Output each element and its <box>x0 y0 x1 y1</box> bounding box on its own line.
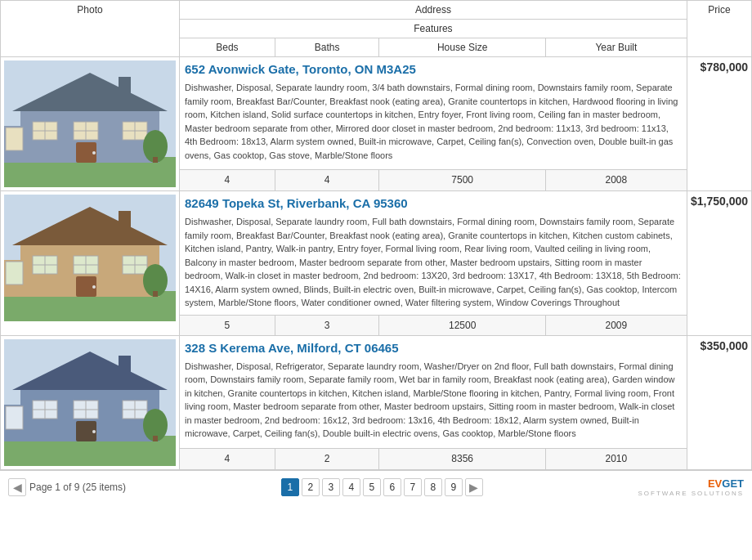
price-header: Price <box>687 1 751 57</box>
prev-page-btn[interactable]: ◀ <box>8 478 26 496</box>
house-size-value: 7500 <box>379 170 545 191</box>
baths-value: 4 <box>275 170 379 191</box>
year-built-value: 2009 <box>545 315 687 335</box>
page-btn-4[interactable]: 4 <box>342 478 360 496</box>
beds-value: 4 <box>180 448 275 469</box>
baths-value: 3 <box>275 315 379 335</box>
beds-header: Beds <box>180 38 275 57</box>
year-built-value: 2010 <box>545 448 687 469</box>
page-btn-1[interactable]: 1 <box>281 478 299 496</box>
property-features: Dishwasher, Disposal, Separate laundry r… <box>180 213 687 315</box>
listings-table: Photo Address Price Features Beds Baths … <box>0 0 752 470</box>
svg-rect-57 <box>6 406 23 429</box>
svg-rect-4 <box>119 77 131 101</box>
photo-cell <box>1 191 180 336</box>
svg-point-15 <box>92 151 96 155</box>
house-size-value: 12500 <box>379 315 545 335</box>
property-address: 652 Avonwick Gate, Toronto, ON M3A25 <box>180 57 687 79</box>
year-built-header: Year Built <box>545 38 687 57</box>
svg-point-35 <box>92 285 96 289</box>
pagination-bar: ◀ Page 1 of 9 (25 items) 123456789▶ EVGE… <box>0 470 752 504</box>
page-btn-6[interactable]: 6 <box>383 478 401 496</box>
beds-value: 5 <box>180 315 275 335</box>
photo-cell <box>1 57 180 191</box>
property-features: Dishwasher, Disposal, Refrigerator, Sepa… <box>180 358 687 446</box>
price-cell: $780,000 <box>687 57 751 191</box>
listing-row: 82649 Topeka St, Riverbank, CA 95360Dish… <box>1 191 752 316</box>
content-cell: 652 Avonwick Gate, Toronto, ON M3A25Dish… <box>180 57 687 170</box>
brand-logo: EVGET SOFTWARE SOLUTIONS <box>638 477 745 497</box>
beds-value: 4 <box>180 170 275 191</box>
features-header: Features <box>180 20 687 38</box>
property-features: Dishwasher, Disposal, Separate laundry r… <box>180 79 687 167</box>
property-address: 328 S Kerema Ave, Milford, CT 06465 <box>180 336 687 358</box>
page-numbers: 123456789▶ <box>281 478 483 496</box>
baths-header: Baths <box>275 38 379 57</box>
photo-header: Photo <box>1 1 180 57</box>
svg-point-55 <box>92 430 96 433</box>
listing-row: 328 S Kerema Ave, Milford, CT 06465Dishw… <box>1 335 752 448</box>
next-page-btn[interactable]: ▶ <box>465 478 483 496</box>
page-info-text: Page 1 of 9 (25 items) <box>29 482 126 493</box>
price-cell: $1,750,000 <box>687 191 751 336</box>
page-btn-3[interactable]: 3 <box>322 478 340 496</box>
svg-rect-39 <box>153 291 158 297</box>
property-photo <box>4 60 176 187</box>
svg-rect-44 <box>119 356 131 380</box>
page-btn-8[interactable]: 8 <box>424 478 442 496</box>
price-cell: $350,000 <box>687 335 751 469</box>
listing-row: 652 Avonwick Gate, Toronto, ON M3A25Dish… <box>1 57 752 170</box>
pagination-info: ◀ Page 1 of 9 (25 items) <box>8 478 126 496</box>
property-address: 82649 Topeka St, Riverbank, CA 95360 <box>180 191 687 213</box>
content-cell: 328 S Kerema Ave, Milford, CT 06465Dishw… <box>180 335 687 448</box>
brand-area: EVGET SOFTWARE SOLUTIONS <box>638 477 745 497</box>
house-size-header: House Size <box>379 38 545 57</box>
content-cell: 82649 Topeka St, Riverbank, CA 95360Dish… <box>180 191 687 316</box>
photo-cell <box>1 335 180 469</box>
baths-value: 2 <box>275 448 379 469</box>
year-built-value: 2008 <box>545 170 687 191</box>
property-photo <box>4 339 176 466</box>
page-btn-5[interactable]: 5 <box>363 478 381 496</box>
svg-rect-37 <box>6 262 23 284</box>
page-btn-9[interactable]: 9 <box>445 478 463 496</box>
address-header: Address <box>180 1 687 20</box>
property-photo <box>4 195 176 321</box>
page-btn-2[interactable]: 2 <box>302 478 320 496</box>
svg-rect-59 <box>153 436 158 441</box>
page-btn-7[interactable]: 7 <box>404 478 422 496</box>
svg-rect-19 <box>153 157 158 163</box>
house-size-value: 8356 <box>379 448 545 469</box>
svg-rect-17 <box>6 128 23 150</box>
svg-rect-24 <box>119 211 131 235</box>
